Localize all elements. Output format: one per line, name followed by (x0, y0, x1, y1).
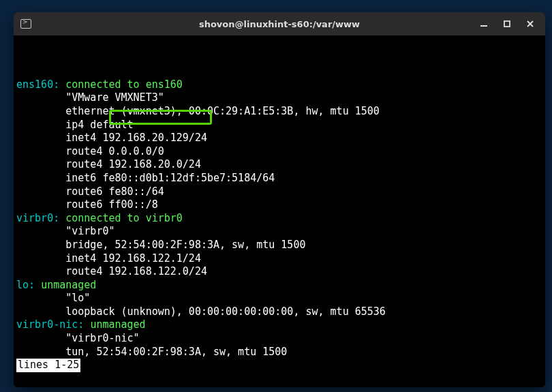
terminal-line: "lo" (16, 292, 541, 305)
terminal-line: route4 192.168.122.0/24 (16, 265, 541, 279)
terminal-line: ethernet (vmxnet3), 00:0C:29:A1:E5:3B, h… (16, 105, 541, 119)
terminal-window: shovon@linuxhint-s60:/var/www ens160: co… (14, 12, 545, 387)
close-button[interactable] (525, 18, 536, 29)
terminal-line: virbr0-nic: unmanaged (16, 318, 541, 332)
terminal-line: "virbr0-nic" (16, 332, 541, 346)
terminal-line: inet4 192.168.20.129/24 (16, 132, 541, 145)
terminal-line: route4 0.0.0.0/0 (16, 145, 541, 159)
window-title: shovon@linuxhint-s60:/var/www (199, 19, 360, 29)
terminal-line: route6 ff00::/8 (16, 198, 541, 212)
terminal-line: virbr0: connected to virbr0 (16, 212, 541, 226)
terminal-icon (20, 19, 31, 29)
terminal-line: route6 fe80::/64 (16, 185, 541, 199)
window-controls (478, 18, 538, 29)
terminal-line: inet6 fe80::d0b1:12df:5be7:5184/64 (16, 172, 541, 185)
terminal-line: lo: unmanaged (16, 279, 541, 292)
minimize-button[interactable] (478, 18, 489, 29)
svg-rect-1 (504, 21, 510, 27)
maximize-button[interactable] (502, 18, 512, 29)
terminal-body[interactable]: ens160: connected to ens160 "VMware VMXN… (14, 35, 545, 387)
terminal-line: inet4 192.168.122.1/24 (16, 252, 541, 266)
terminal-line: ens160: connected to ens160 (16, 78, 541, 92)
terminal-line: "VMware VMXNET3" (16, 91, 541, 105)
terminal-line: bridge, 52:54:00:2F:98:3A, sw, mtu 1500 (16, 239, 541, 252)
pager-status: lines 1-25 (16, 359, 541, 372)
terminal-line: ip4 default (16, 119, 541, 132)
titlebar-left (20, 19, 31, 29)
pointer-arrow (41, 385, 545, 387)
terminal-line: loopback (unknown), 00:00:00:00:00:00, s… (16, 305, 541, 319)
terminal-line: tun, 52:54:00:2F:98:3A, sw, mtu 1500 (16, 346, 541, 359)
titlebar[interactable]: shovon@linuxhint-s60:/var/www (14, 12, 545, 35)
terminal-line: route4 192.168.20.0/24 (16, 158, 541, 172)
terminal-line: "virbr0" (16, 225, 541, 239)
